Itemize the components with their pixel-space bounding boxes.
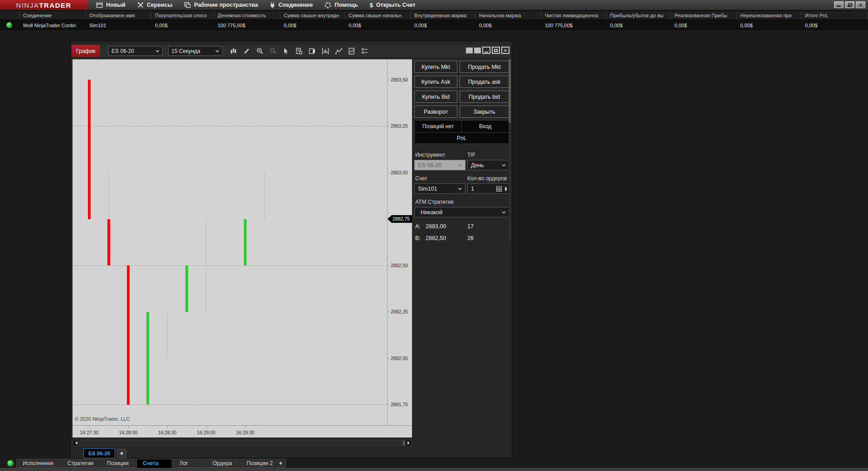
- scroll-right-button[interactable]: [406, 440, 412, 446]
- current-price-marker: 2882,75: [388, 215, 412, 223]
- column-header[interactable]: Соединение: [19, 11, 86, 19]
- interval-dropdown[interactable]: 15 Секунда: [168, 46, 223, 56]
- scrollbar-grip[interactable]: [402, 441, 406, 445]
- bottom-tab-5[interactable]: Ордера: [206, 459, 239, 468]
- table-cell: 0,00$: [280, 23, 345, 28]
- sell-bid-button[interactable]: Продать bid: [460, 91, 509, 103]
- properties-icon[interactable]: [361, 47, 369, 55]
- cursor-icon[interactable]: [282, 47, 290, 55]
- table-cell: 100 775,00$: [214, 23, 280, 28]
- ask-price: 2883,00: [426, 223, 446, 230]
- bottom-tab-2[interactable]: Позиции: [101, 459, 136, 468]
- bottom-tab-1[interactable]: Стратегии: [61, 459, 100, 468]
- zoom-in-icon[interactable]: [256, 47, 264, 55]
- column-header[interactable]: Отображаемое имя: [86, 11, 151, 19]
- templates-icon[interactable]: [348, 47, 356, 55]
- time-axis-label: 16:29:00: [193, 430, 220, 435]
- instrument-dropdown-value: ES 06-20: [112, 48, 134, 54]
- chart-close-button[interactable]: ×: [501, 47, 509, 54]
- zoom-out-icon[interactable]: [269, 47, 277, 55]
- column-header[interactable]: Сумма свыше внутридн: [280, 11, 345, 19]
- scroll-left-button[interactable]: [73, 440, 79, 446]
- panel-scrollbar-thumb[interactable]: [509, 59, 511, 123]
- connection-status-icon: [6, 22, 12, 28]
- ninjatrader-logo: NINJATRADER: [0, 0, 87, 10]
- column-header[interactable]: Начальная маржа: [475, 11, 541, 19]
- spinner-down-icon[interactable]: ▼: [504, 189, 508, 192]
- tif-select[interactable]: День: [467, 160, 509, 170]
- column-header[interactable]: Реализованная Прибы: [671, 11, 737, 19]
- chevron-down-icon: [458, 187, 462, 190]
- main-menu: Новый Сервисы Рабочие пространства Соеди…: [90, 0, 422, 10]
- bid-price: 2882,50: [426, 235, 446, 241]
- panel-scrollbar[interactable]: [509, 59, 511, 241]
- column-header[interactable]: Покупательская спосо: [151, 11, 214, 19]
- table-row[interactable]: Мой NinjaTrader ContinSim1010,00$100 775…: [0, 20, 868, 30]
- chart-instrument-tab[interactable]: ES 06-20: [83, 448, 115, 458]
- square-toggle-icon[interactable]: [474, 48, 481, 53]
- draw-icon[interactable]: [242, 47, 251, 55]
- minimize-button[interactable]: [834, 1, 844, 8]
- menu-workspaces[interactable]: Рабочие пространства: [178, 0, 264, 10]
- price-axis-label: 2883,50: [391, 77, 408, 82]
- bottom-tab-4[interactable]: Лог: [173, 459, 205, 468]
- instrument-select[interactable]: ES 06-20: [414, 160, 466, 170]
- chart-trader-icon[interactable]: [308, 47, 316, 55]
- indicators-icon[interactable]: [321, 47, 330, 55]
- time-axis-label: 16:28:30: [154, 430, 181, 435]
- price-axis-tick: [388, 173, 389, 173]
- restore-button[interactable]: [845, 1, 854, 8]
- time-axis-tick: [206, 426, 207, 428]
- price-axis-label: 2883,00: [391, 170, 408, 175]
- bottom-tab-6[interactable]: Позиции 2: [240, 459, 274, 468]
- menu-services[interactable]: Сервисы: [131, 0, 179, 10]
- menu-label: Рабочие пространства: [194, 2, 258, 8]
- close-button[interactable]: ×: [856, 1, 865, 8]
- time-axis[interactable]: 16:27:3016:28:0016:28:3016:29:0016:29:30: [73, 425, 412, 437]
- instrument-dropdown[interactable]: ES 06-20: [108, 46, 163, 56]
- sell-mkt-button[interactable]: Продать Mkt: [460, 61, 509, 73]
- column-header[interactable]: Прибыль/убыток до вы: [606, 11, 671, 19]
- bottom-tab-0[interactable]: Исполнения: [16, 459, 60, 468]
- top-menu-bar: NINJATRADER Новый Сервисы Рабочие простр…: [0, 0, 868, 10]
- chart-minimize-button[interactable]: [482, 47, 490, 54]
- table-cell: 0,00$: [475, 23, 541, 28]
- calculator-icon: [496, 186, 502, 192]
- column-header[interactable]: Чистая ликвидационна: [541, 11, 606, 19]
- square-toggle-icon[interactable]: [466, 48, 473, 53]
- chart-style-icon[interactable]: [229, 47, 238, 55]
- menu-help[interactable]: Помощь: [319, 0, 364, 10]
- account-select[interactable]: Sim101: [414, 183, 466, 194]
- line-tools-icon[interactable]: [335, 47, 343, 55]
- menu-open-account[interactable]: $ Открыть Счет: [364, 0, 422, 10]
- menu-new[interactable]: Новый: [90, 0, 131, 10]
- chart-maximize-button[interactable]: [492, 47, 500, 54]
- column-header[interactable]: Денежная стоимость: [214, 11, 280, 19]
- add-tab-button[interactable]: +: [275, 459, 286, 468]
- buy-mkt-button[interactable]: Купить Mkt: [414, 61, 457, 73]
- reverse-button[interactable]: Разворот: [414, 106, 457, 118]
- column-header[interactable]: Внутридневная маржа: [411, 11, 475, 19]
- position-row: Позиций нет Вход: [415, 120, 509, 132]
- close-position-button[interactable]: Закрыть: [460, 106, 509, 118]
- buy-bid-button[interactable]: Купить Bid: [414, 91, 457, 103]
- chart-tab-grafik[interactable]: График: [72, 45, 100, 57]
- table-cell: Sim101: [86, 23, 151, 28]
- status-column-header[interactable]: [0, 11, 19, 19]
- quantity-stepper[interactable]: 1 ▲ ▼: [467, 183, 509, 194]
- menu-connections[interactable]: Соединение: [264, 0, 319, 10]
- buy-ask-button[interactable]: Купить Ask: [414, 76, 457, 88]
- order-panel: Купить Mkt Продать Mkt Купить Ask Продат…: [413, 58, 512, 458]
- chart-horizontal-scrollbar[interactable]: [73, 440, 412, 446]
- scrollbar-thumb[interactable]: [79, 440, 402, 446]
- atm-strategy-select[interactable]: Никакой: [414, 207, 509, 217]
- column-header[interactable]: Нереализованная при: [737, 11, 801, 19]
- sell-ask-button[interactable]: Продать ask: [460, 76, 509, 88]
- status-cell: [0, 22, 19, 28]
- column-header[interactable]: Сумма свыше начальн: [345, 11, 411, 19]
- price-axis[interactable]: 2883,502883,252883,002882,752882,502882,…: [387, 59, 412, 425]
- add-chart-tab-button[interactable]: +: [117, 449, 126, 458]
- chart-plot[interactable]: © 2020 NinjaTrader, LLC: [73, 59, 387, 425]
- data-box-icon[interactable]: [295, 47, 303, 55]
- column-header[interactable]: Итого PnL: [801, 11, 868, 19]
